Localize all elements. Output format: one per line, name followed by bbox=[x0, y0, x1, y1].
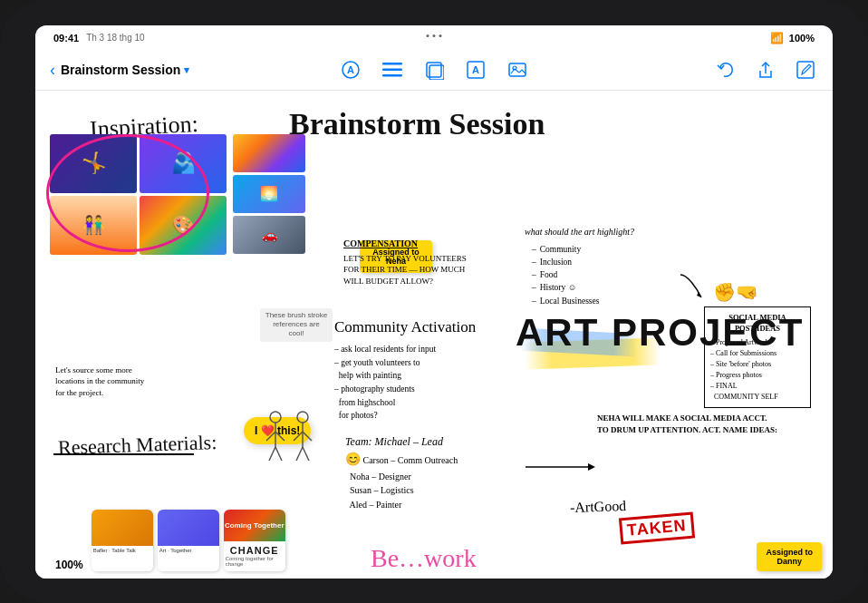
fist-icon: ✊🤜 bbox=[713, 281, 758, 303]
battery: 100% bbox=[789, 33, 815, 44]
community-title: Community Activation bbox=[334, 316, 516, 339]
svg-line-17 bbox=[275, 447, 282, 461]
team-list: Team: Michael – Lead 😊 Carson – Comm Out… bbox=[345, 433, 458, 512]
photo-2: 🫂 bbox=[140, 134, 227, 193]
canvas-area: Inspiration: Brainstorm Session 🤸 🫂 👫 🎨 bbox=[35, 91, 833, 579]
neha-social-text: NEHA WILL MAKE A SOCIAL MEDIA ACCT. TO D… bbox=[597, 413, 778, 436]
device-frame: 09:41 Th 3 18 thg 10 📶 100% ‹ Brainstorm… bbox=[0, 0, 868, 603]
card-1: Bafler · Table Talk bbox=[92, 510, 153, 571]
community-item-2b: help with painting bbox=[334, 369, 516, 383]
community-item-3: – photography students bbox=[334, 383, 516, 396]
photo-4: 🎨 bbox=[140, 196, 227, 255]
compensation-title: COMPENSATION bbox=[343, 238, 484, 250]
markup-button[interactable] bbox=[793, 57, 818, 83]
document-title: Brainstorm Session bbox=[61, 63, 180, 77]
list-view-icon[interactable] bbox=[380, 57, 405, 83]
community-item-3c: for photos? bbox=[334, 409, 516, 423]
community-item-3b: from highschool bbox=[334, 396, 516, 410]
svg-rect-11 bbox=[797, 62, 814, 78]
photo-1: 🤸 bbox=[50, 134, 137, 193]
svg-line-21 bbox=[303, 432, 312, 441]
title-chevron-icon[interactable]: ▾ bbox=[184, 64, 189, 76]
media-insert-icon[interactable] bbox=[505, 57, 530, 83]
compensation-text: COMPENSATION LET'S TRY TO PAY VOLUNTEERS… bbox=[343, 238, 484, 287]
assigned-danny-label: Assigned to Danny bbox=[766, 548, 813, 566]
highlight-question: what should the art highlight? –Communit… bbox=[525, 225, 634, 307]
checklist-inclusion: –Inclusion bbox=[532, 256, 634, 268]
overflow-handwritten: Be…work bbox=[371, 544, 477, 573]
share-button[interactable] bbox=[753, 57, 778, 83]
checklist-food: –Food bbox=[532, 268, 634, 281]
brush-note: These brush stroke references are cool! bbox=[260, 308, 333, 342]
percent-label: 100% bbox=[55, 559, 83, 571]
research-materials-title: Research Materials: bbox=[58, 430, 217, 459]
svg-point-12 bbox=[270, 412, 281, 423]
svg-point-18 bbox=[297, 412, 308, 423]
art-project-display: ART PROJECT bbox=[516, 316, 804, 350]
svg-line-14 bbox=[266, 432, 275, 441]
stick-figures bbox=[253, 406, 325, 485]
toolbar: ‹ Brainstorm Session ▾ A bbox=[35, 51, 833, 91]
research-underline bbox=[53, 453, 194, 455]
social-item-5: – FINAL COMMUNITY SELF bbox=[710, 381, 805, 403]
text-insert-icon[interactable]: A bbox=[463, 57, 488, 83]
svg-text:A: A bbox=[472, 64, 479, 75]
community-activation: Community Activation – ask local residen… bbox=[334, 316, 516, 423]
checklist-local-biz: –Local Businesses bbox=[532, 295, 634, 307]
bottom-cards: 100% Bafler · Table Talk Art · Together … bbox=[55, 510, 285, 571]
arrow-icon bbox=[679, 270, 706, 306]
inspiration-photos: 🤸 🫂 👫 🎨 bbox=[50, 134, 227, 255]
change-label: CHANGE bbox=[230, 545, 279, 556]
photo-3: 👫 bbox=[50, 196, 137, 255]
time: 09:41 bbox=[53, 33, 79, 44]
team-member-4: Aled – Painter bbox=[345, 498, 458, 512]
compensation-body: LET'S TRY TO PAY VOLUNTEERS FOR THEIR TI… bbox=[343, 253, 484, 287]
social-item-3: – Site 'before' photos bbox=[710, 359, 805, 370]
svg-line-16 bbox=[269, 447, 275, 461]
signature: -ArtGood bbox=[570, 497, 627, 515]
taken-badge: TAKEN bbox=[619, 511, 695, 544]
wifi-icon: 📶 bbox=[770, 32, 784, 44]
screen: 09:41 Th 3 18 thg 10 📶 100% ‹ Brainstorm… bbox=[35, 25, 833, 579]
status-bar: 09:41 Th 3 18 thg 10 📶 100% bbox=[35, 25, 833, 51]
brainstorm-title: Brainstorm Session bbox=[289, 107, 545, 141]
date: Th 3 18 thg 10 bbox=[86, 33, 145, 43]
layers-icon[interactable] bbox=[421, 57, 447, 83]
team-title: Team: Michael – Lead bbox=[345, 433, 458, 451]
svg-line-23 bbox=[303, 447, 309, 461]
team-member-1: 😊 Carson – Comm Outreach bbox=[345, 450, 458, 470]
community-item-1: – ask local residents for input bbox=[334, 343, 516, 356]
assigned-danny-sticky: Assigned to Danny bbox=[757, 542, 822, 571]
social-item-4: – Progress photos bbox=[710, 370, 805, 381]
svg-line-20 bbox=[294, 432, 303, 441]
svg-line-22 bbox=[296, 447, 303, 461]
svg-rect-3 bbox=[382, 69, 402, 72]
annotation-tool-icon[interactable]: A bbox=[338, 57, 363, 83]
team-arrow bbox=[521, 453, 603, 481]
highlight-question-text: what should the art highlight? bbox=[525, 225, 634, 239]
back-arrow-icon: ‹ bbox=[50, 61, 55, 80]
community-item-2: – get youth volunteers to bbox=[334, 356, 516, 370]
art-project-text: ART PROJECT bbox=[516, 316, 804, 350]
checklist-history: –History ☺ bbox=[532, 281, 634, 294]
card-change: Coming Together CHANGE Coming together f… bbox=[224, 510, 285, 571]
team-member-3: Susan – Logistics bbox=[345, 483, 458, 498]
undo-button[interactable] bbox=[713, 57, 738, 83]
svg-line-15 bbox=[275, 432, 285, 441]
source-text: Let's source some more locations in the … bbox=[55, 365, 146, 399]
checklist-community: –Community bbox=[532, 243, 634, 256]
team-member-2: Noha – Designer bbox=[345, 470, 458, 484]
svg-rect-9 bbox=[509, 63, 526, 76]
svg-text:A: A bbox=[347, 64, 354, 75]
svg-rect-4 bbox=[382, 74, 402, 77]
back-button[interactable]: ‹ bbox=[50, 61, 55, 80]
card-2: Art · Together bbox=[158, 510, 219, 571]
side-photos: 🌅 🚗 bbox=[233, 134, 305, 254]
svg-rect-2 bbox=[382, 63, 402, 65]
